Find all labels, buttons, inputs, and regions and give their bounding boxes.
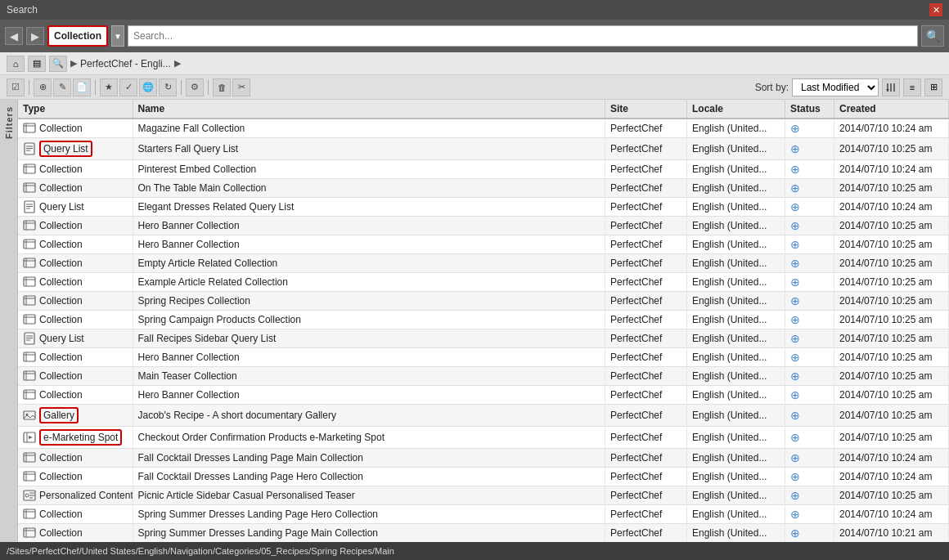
cell-created: 2014/07/10 10:25 am (834, 235, 949, 254)
table-row[interactable]: Collection Spring Campaign Products Coll… (18, 311, 949, 329)
table-row[interactable]: Collection Hero Banner Collection Perfec… (18, 348, 949, 367)
table-row[interactable]: Collection Spring Recipes Collection Per… (18, 292, 949, 311)
cut-button[interactable]: ✂ (232, 78, 250, 96)
table-row[interactable]: Collection Pinterest Embed Collection Pe… (18, 160, 949, 179)
cell-locale: English (United... (687, 524, 785, 543)
search-go-button[interactable]: 🔍 (921, 25, 944, 47)
header-name[interactable]: Name (133, 100, 605, 119)
svg-rect-20 (24, 221, 35, 230)
table-row[interactable]: Collection Fall Cocktail Dresses Landing… (18, 468, 949, 486)
results-table: Type Name Site Locale Status Created Col… (18, 100, 949, 542)
cell-name: Fall Cocktail Dresses Landing Page Hero … (133, 468, 605, 486)
filters-sidebar[interactable]: Filters (0, 100, 18, 542)
back-button[interactable]: ◀ (5, 27, 23, 45)
cell-created: 2014/07/10 10:25 am (834, 486, 949, 505)
cell-created: 2014/07/10 10:25 am (834, 138, 949, 160)
table-row[interactable]: Collection Hero Banner Collection Perfec… (18, 386, 949, 405)
svg-rect-55 (24, 453, 35, 462)
table-row[interactable]: Personalized Content Picnic Article Side… (18, 486, 949, 505)
header-locale[interactable]: Locale (687, 100, 785, 119)
table-row[interactable]: Collection Spring Summer Dresses Landing… (18, 524, 949, 543)
type-label: Query List (39, 141, 92, 157)
edit-button[interactable]: ✎ (53, 78, 71, 96)
type-icon (23, 163, 36, 176)
cell-locale: English (United... (687, 198, 785, 217)
type-label: Collection (39, 123, 83, 134)
cell-name: Spring Summer Dresses Landing Page Hero … (133, 505, 605, 524)
type-icon (23, 388, 36, 401)
search-input[interactable] (128, 25, 918, 47)
star-button[interactable]: ★ (100, 78, 118, 96)
table-row[interactable]: e-Marketing Spot Checkout Order Confirma… (18, 427, 949, 449)
type-icon (23, 332, 36, 345)
status-globe-icon: ⊕ (790, 526, 800, 540)
type-icon (23, 526, 36, 540)
view-grid-button[interactable]: ⊞ (924, 78, 942, 96)
table-row[interactable]: Query List Starters Fall Query List Perf… (18, 138, 949, 160)
cell-type: e-Marketing Spot (18, 427, 133, 449)
cell-status: ⊕ (785, 217, 834, 235)
table-row[interactable]: Gallery Jacob's Recipe - A short documen… (18, 405, 949, 427)
forward-button[interactable]: ▶ (26, 27, 44, 45)
header-created[interactable]: Created (834, 100, 949, 119)
cell-name: Checkout Order Confirmation Products e-M… (133, 427, 605, 449)
svg-rect-3 (24, 123, 35, 132)
table-row[interactable]: Collection On The Table Main Collection … (18, 179, 949, 198)
type-label: Query List (39, 201, 84, 213)
type-label: Collection (39, 295, 83, 307)
cell-site: PerfectChef (605, 486, 687, 505)
status-globe-icon: ⊕ (790, 122, 800, 135)
delete-button[interactable]: 🗑 (213, 78, 231, 96)
breadcrumb-path: PerfectChef - Engli... (80, 58, 171, 69)
cell-type: Personalized Content (18, 486, 133, 505)
cell-site: PerfectChef (605, 427, 687, 449)
cell-created: 2014/07/10 10:25 am (834, 179, 949, 198)
cell-status: ⊕ (785, 179, 834, 198)
status-globe-icon: ⊕ (790, 470, 800, 483)
checkbox-button[interactable]: ☑ (7, 78, 25, 96)
publish-button[interactable]: 🌐 (139, 78, 157, 96)
header-status[interactable]: Status (785, 100, 834, 119)
header-type[interactable]: Type (18, 100, 133, 119)
tree-button[interactable]: ▤ (28, 56, 46, 72)
svg-rect-58 (24, 472, 35, 481)
close-button[interactable]: ✕ (929, 3, 942, 16)
sort-direction-button[interactable] (882, 78, 900, 96)
search-browse-button[interactable]: 🔍 (49, 56, 67, 72)
dropdown-arrow[interactable]: ▼ (111, 25, 124, 47)
new-button[interactable]: ⊕ (34, 78, 52, 96)
table-row[interactable]: Collection Fall Cocktail Dresses Landing… (18, 449, 949, 468)
table-row[interactable]: Collection Hero Banner Collection Perfec… (18, 235, 949, 254)
approve-button[interactable]: ✓ (119, 78, 137, 96)
home-button[interactable]: ⌂ (7, 56, 25, 72)
cell-name: Spring Campaign Products Collection (133, 311, 605, 329)
status-globe-icon: ⊕ (790, 451, 800, 464)
cell-site: PerfectChef (605, 505, 687, 524)
cell-name: Main Teaser Collection (133, 367, 605, 386)
cell-site: PerfectChef (605, 292, 687, 311)
sync-button[interactable]: ↻ (159, 78, 177, 96)
cell-locale: English (United... (687, 311, 785, 329)
collection-dropdown[interactable]: Collection (47, 25, 108, 47)
workflow-button[interactable]: ⚙ (186, 78, 204, 96)
table-row[interactable]: Query List Elegant Dresses Related Query… (18, 198, 949, 217)
table-row[interactable]: Query List Fall Recipes Sidebar Query Li… (18, 329, 949, 348)
table-row[interactable]: Collection Empty Article Related Collect… (18, 254, 949, 273)
view-list-button[interactable]: ≡ (903, 78, 921, 96)
open-button[interactable]: 📄 (73, 78, 91, 96)
status-globe-icon: ⊕ (790, 351, 800, 364)
title-label: Search (7, 4, 38, 16)
table-row[interactable]: Collection Example Article Related Colle… (18, 273, 949, 292)
table-row[interactable]: Collection Hero Banner Collection Perfec… (18, 217, 949, 235)
type-label: Collection (39, 527, 83, 539)
sort-dropdown[interactable]: Last Modified (792, 78, 879, 96)
cell-status: ⊕ (785, 468, 834, 486)
status-bar: /Sites/PerfectChef/United States/English… (0, 542, 949, 560)
cell-status: ⊕ (785, 292, 834, 311)
header-site[interactable]: Site (605, 100, 687, 119)
cell-locale: English (United... (687, 292, 785, 311)
table-row[interactable]: Collection Spring Summer Dresses Landing… (18, 505, 949, 524)
table-row[interactable]: Collection Main Teaser Collection Perfec… (18, 367, 949, 386)
table-row[interactable]: Collection Magazine Fall Collection Perf… (18, 119, 949, 138)
cell-locale: English (United... (687, 329, 785, 348)
